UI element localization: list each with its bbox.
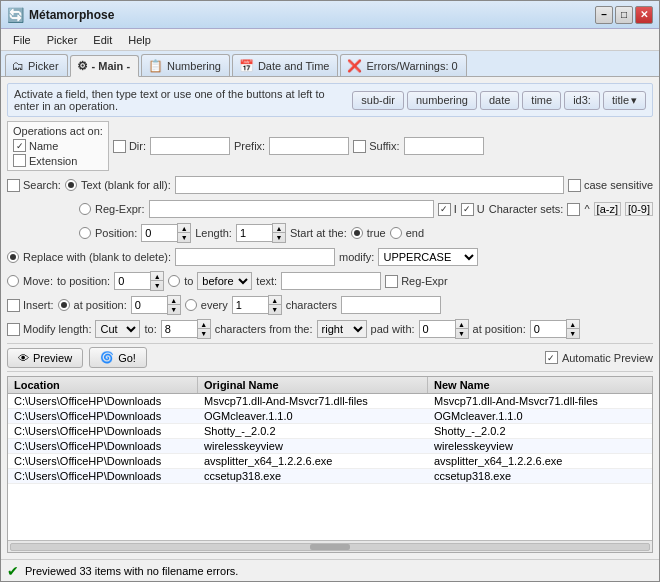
h-scroll-track[interactable]: [10, 543, 650, 551]
menu-bar: File Picker Edit Help: [1, 29, 659, 51]
op-date-button[interactable]: date: [480, 91, 519, 110]
name-checkbox[interactable]: [13, 139, 26, 152]
table-row[interactable]: C:\Users\OfficeHP\Downloads avsplitter_x…: [8, 454, 652, 469]
insert-at-radio[interactable]: [58, 299, 70, 311]
insert-value-input[interactable]: [341, 296, 441, 314]
regexpr-input[interactable]: [149, 200, 434, 218]
op-id3-button[interactable]: id3:: [564, 91, 600, 110]
search-text-input[interactable]: [175, 176, 564, 194]
modify-length-up[interactable]: ▲: [198, 320, 210, 329]
extension-checkbox[interactable]: [13, 154, 26, 167]
table-row[interactable]: C:\Users\OfficeHP\Downloads wirelesskeyv…: [8, 439, 652, 454]
insert-at-label: at position:: [74, 299, 127, 311]
modify-length-side-select[interactable]: right left: [317, 320, 367, 338]
modify-pos-up[interactable]: ▲: [567, 320, 579, 329]
prefix-input[interactable]: [269, 137, 349, 155]
length-up-button[interactable]: ▲: [273, 224, 285, 233]
move-before-select[interactable]: before after: [197, 272, 252, 290]
go-label: Go!: [118, 352, 136, 364]
td-original: ccsetup318.exe: [198, 469, 428, 483]
dir-input[interactable]: [150, 137, 230, 155]
tab-picker[interactable]: 🗂 Picker: [5, 54, 68, 76]
modify-length-checkbox[interactable]: [7, 323, 20, 336]
suffix-input[interactable]: [404, 137, 484, 155]
case-sensitive-checkbox[interactable]: [568, 179, 581, 192]
position-up-button[interactable]: ▲: [178, 224, 190, 233]
auto-preview-checkbox[interactable]: [545, 351, 558, 364]
length-down-button[interactable]: ▼: [273, 233, 285, 242]
end-radio[interactable]: [390, 227, 402, 239]
op-numbering-button[interactable]: numbering: [407, 91, 477, 110]
go-button[interactable]: 🌀 Go!: [89, 347, 147, 368]
move-text-input[interactable]: [281, 272, 381, 290]
modify-pad-up[interactable]: ▲: [456, 320, 468, 329]
move-position-input[interactable]: [114, 272, 150, 290]
position-input[interactable]: [141, 224, 177, 242]
replace-label: Replace with (blank to delete):: [23, 251, 171, 263]
modify-length-pad-input[interactable]: [419, 320, 455, 338]
insert-every-up[interactable]: ▲: [269, 296, 281, 305]
modify-length-down[interactable]: ▼: [198, 329, 210, 338]
move-regexpr-checkbox[interactable]: [385, 275, 398, 288]
move-to-radio[interactable]: [168, 275, 180, 287]
main-window: 🔄 Métamorphose – □ ✕ File Picker Edit He…: [0, 0, 660, 582]
modify-length-value-input[interactable]: [161, 320, 197, 338]
op-time-button[interactable]: time: [522, 91, 561, 110]
case-sensitive-row: case sensitive: [568, 179, 653, 192]
i-checkbox-row: I: [438, 203, 457, 216]
menu-help[interactable]: Help: [120, 32, 159, 48]
modify-length-label: Modify length:: [23, 323, 91, 335]
move-up-button[interactable]: ▲: [151, 272, 163, 281]
table-body[interactable]: C:\Users\OfficeHP\Downloads Msvcp71.dll-…: [8, 394, 652, 540]
op-subdir-button[interactable]: sub-dir: [352, 91, 404, 110]
tab-main[interactable]: ⚙ - Main -: [70, 55, 140, 77]
dir-checkbox[interactable]: [113, 140, 126, 153]
replace-radio[interactable]: [7, 251, 19, 263]
preview-button[interactable]: 👁 Preview: [7, 348, 83, 368]
modify-pos-down[interactable]: ▼: [567, 329, 579, 338]
close-button[interactable]: ✕: [635, 6, 653, 24]
search-text-radio[interactable]: [65, 179, 77, 191]
insert-pos-down[interactable]: ▼: [168, 305, 180, 314]
search-checkbox[interactable]: [7, 179, 20, 192]
modify-pad-down[interactable]: ▼: [456, 329, 468, 338]
table-row[interactable]: C:\Users\OfficeHP\Downloads Shotty_-_2.0…: [8, 424, 652, 439]
position-down-button[interactable]: ▼: [178, 233, 190, 242]
insert-checkbox[interactable]: [7, 299, 20, 312]
menu-edit[interactable]: Edit: [85, 32, 120, 48]
table-row[interactable]: C:\Users\OfficeHP\Downloads OGMcleaver.1…: [8, 409, 652, 424]
insert-position-input[interactable]: [131, 296, 167, 314]
replace-input[interactable]: [175, 248, 335, 266]
modify-length-op-select[interactable]: Cut Pad: [95, 320, 140, 338]
tab-errors[interactable]: ❌ Errors/Warnings: 0: [340, 54, 466, 76]
move-down-button[interactable]: ▼: [151, 281, 163, 290]
insert-pos-up[interactable]: ▲: [168, 296, 180, 305]
tab-datetime[interactable]: 📅 Date and Time: [232, 54, 339, 76]
modify-length-pos-input[interactable]: [530, 320, 566, 338]
maximize-button[interactable]: □: [615, 6, 633, 24]
title-bar-buttons: – □ ✕: [595, 6, 653, 24]
insert-every-down[interactable]: ▼: [269, 305, 281, 314]
minimize-button[interactable]: –: [595, 6, 613, 24]
suffix-checkbox[interactable]: [353, 140, 366, 153]
menu-picker[interactable]: Picker: [39, 32, 86, 48]
length-input[interactable]: [236, 224, 272, 242]
insert-every-label: every: [201, 299, 228, 311]
modify-select[interactable]: UPPERCASE lowercase Title Case: [378, 248, 478, 266]
insert-every-radio[interactable]: [185, 299, 197, 311]
op-title-button[interactable]: title ▾: [603, 91, 646, 110]
tab-numbering[interactable]: 📋 Numbering: [141, 54, 230, 76]
u-checkbox[interactable]: [461, 203, 474, 216]
horizontal-scrollbar[interactable]: [8, 540, 652, 552]
table-row[interactable]: C:\Users\OfficeHP\Downloads Msvcp71.dll-…: [8, 394, 652, 409]
position-radio[interactable]: [79, 227, 91, 239]
i-checkbox[interactable]: [438, 203, 451, 216]
move-radio[interactable]: [7, 275, 19, 287]
insert-every-input[interactable]: [232, 296, 268, 314]
beginning-radio[interactable]: [351, 227, 363, 239]
menu-file[interactable]: File: [5, 32, 39, 48]
regexpr-radio[interactable]: [79, 203, 91, 215]
charset-caret-checkbox[interactable]: [567, 203, 580, 216]
table-row[interactable]: C:\Users\OfficeHP\Downloads ccsetup318.e…: [8, 469, 652, 484]
modify-length-pos-buttons: ▲ ▼: [566, 319, 580, 339]
